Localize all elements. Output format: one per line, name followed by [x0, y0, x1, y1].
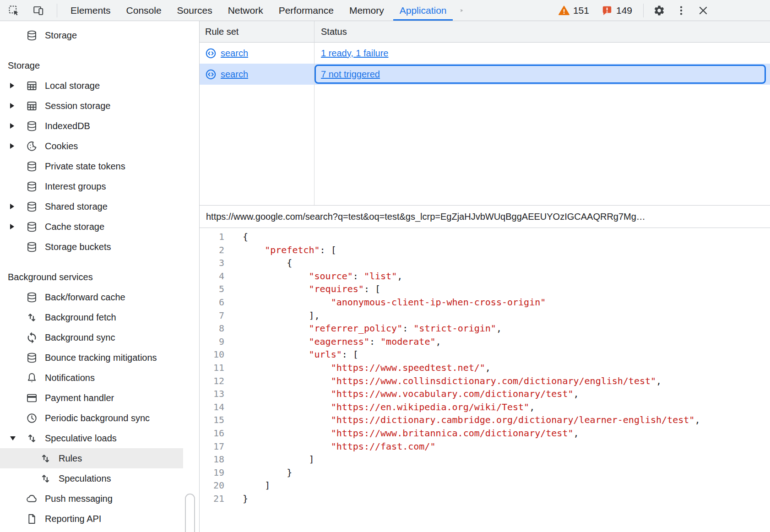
- card-icon: [26, 392, 38, 404]
- sidebar-item-cache-storage[interactable]: Cache storage: [0, 217, 183, 237]
- code-line: 8 "referrer_policy": "strict-origin",: [200, 322, 770, 335]
- database-icon: [26, 201, 38, 213]
- code-text: }: [224, 492, 248, 505]
- sidebar-item-label: Push messaging: [45, 494, 113, 504]
- sidebar-item-background-fetch[interactable]: Background fetch: [0, 307, 183, 327]
- sidebar-item-back-forward-cache[interactable]: Back/forward cache: [0, 287, 183, 307]
- column-header-status[interactable]: Status: [315, 27, 347, 37]
- sidebar-item-background-sync[interactable]: Background sync: [0, 327, 183, 347]
- sidebar-item-label: Payment handler: [45, 393, 114, 403]
- sidebar-item-label: Private state tokens: [45, 161, 125, 172]
- line-number: 11: [200, 361, 224, 375]
- column-header-rule-set[interactable]: Rule set: [200, 27, 315, 37]
- status-link[interactable]: 7 not triggered: [321, 69, 380, 80]
- sidebar-item-storage[interactable]: Storage: [0, 25, 183, 45]
- tab-memory[interactable]: Memory: [342, 0, 392, 21]
- tab-network[interactable]: Network: [220, 0, 271, 21]
- sidebar-item-label: Shared storage: [45, 201, 108, 212]
- sidebar-item-cookies[interactable]: Cookies: [0, 136, 183, 156]
- ruleset-row[interactable]: search7 not triggered: [200, 64, 770, 85]
- sidebar-item-speculations[interactable]: Speculations: [0, 468, 183, 489]
- more-tabs-icon[interactable]: [455, 4, 468, 17]
- tab-application[interactable]: Application: [392, 0, 455, 21]
- chevron-collapsed-icon[interactable]: [6, 204, 26, 209]
- sync-icon: [26, 331, 38, 344]
- tab-sources[interactable]: Sources: [169, 0, 220, 21]
- sidebar-item-periodic-background-sync[interactable]: Periodic background sync: [0, 408, 183, 428]
- tab-elements[interactable]: Elements: [63, 0, 119, 21]
- inspect-icon[interactable]: [7, 4, 20, 17]
- warnings-counter[interactable]: 151: [558, 5, 589, 16]
- code-text: "source": "list",: [224, 270, 402, 283]
- sidebar-item-rules[interactable]: Rules: [0, 448, 183, 468]
- line-number: 18: [200, 453, 224, 466]
- sidebar-item-bounce-tracking-mitigations[interactable]: Bounce tracking mitigations: [0, 347, 183, 368]
- chevron-collapsed-icon[interactable]: [6, 143, 26, 149]
- chevron-expanded-icon[interactable]: [6, 436, 26, 440]
- database-icon: [26, 29, 38, 42]
- line-number: 3: [200, 256, 224, 270]
- sidebar-item-label: Back/forward cache: [45, 292, 125, 303]
- code-text: ],: [224, 309, 320, 322]
- bell-icon: [26, 372, 38, 384]
- sidebar-item-private-state-tokens[interactable]: Private state tokens: [0, 156, 183, 176]
- tab-performance[interactable]: Performance: [271, 0, 342, 21]
- chevron-collapsed-icon[interactable]: [6, 83, 26, 88]
- device-toolbar-icon[interactable]: [32, 4, 45, 17]
- code-text: "https://dictionary.cambridge.org/dictio…: [224, 413, 700, 427]
- status-cell: 1 ready, 1 failure: [315, 43, 770, 64]
- clock-icon: [26, 412, 38, 424]
- sidebar-item-indexeddb[interactable]: IndexedDB: [0, 116, 183, 136]
- chevron-collapsed-icon[interactable]: [6, 224, 26, 229]
- ruleset-row[interactable]: search1 ready, 1 failure: [200, 43, 770, 64]
- line-number: 15: [200, 413, 224, 427]
- sidebar-item-label: Cookies: [45, 141, 78, 152]
- rule-set-source-url: https://www.google.com/search?q=test&oq=…: [200, 205, 770, 228]
- code-text: "https://fast.com/": [224, 440, 435, 453]
- column-divider[interactable]: [314, 21, 315, 205]
- selection-focus-ring: [315, 65, 766, 84]
- ruleset-code-icon: [205, 48, 217, 59]
- chevron-collapsed-icon[interactable]: [6, 123, 26, 129]
- grid-header: Rule set Status: [200, 21, 770, 43]
- sidebar-item-notifications[interactable]: Notifications: [0, 368, 183, 388]
- code-line: 4 "source": "list",: [200, 270, 770, 283]
- page-icon: [26, 513, 38, 525]
- sidebar-item-session-storage[interactable]: Session storage: [0, 96, 183, 116]
- database-icon: [26, 221, 38, 233]
- table-icon: [26, 80, 38, 92]
- sidebar-item-speculative-loads[interactable]: Speculative loads: [0, 428, 183, 448]
- sidebar-item-shared-storage[interactable]: Shared storage: [0, 196, 183, 217]
- ruleset-link[interactable]: search: [205, 48, 248, 59]
- code-line: 14 "https://en.wikipedia.org/wiki/Test",: [200, 401, 770, 414]
- sidebar-item-local-storage[interactable]: Local storage: [0, 76, 183, 96]
- issues-counter[interactable]: 149: [601, 5, 632, 16]
- sidebar-item-reporting-api[interactable]: Reporting API: [0, 509, 183, 529]
- line-number: 20: [200, 479, 224, 492]
- rule-set-cell: search: [200, 64, 315, 85]
- status-link[interactable]: 1 ready, 1 failure: [321, 48, 389, 59]
- code-text: ]: [224, 453, 315, 466]
- sidebar-item-label: Bounce tracking mitigations: [45, 353, 157, 363]
- chevron-collapsed-icon[interactable]: [6, 103, 26, 109]
- ruleset-link[interactable]: search: [205, 69, 248, 80]
- more-menu-icon[interactable]: [675, 4, 688, 17]
- cookie-icon: [26, 140, 38, 152]
- settings-gear-icon[interactable]: [653, 4, 666, 17]
- code-text: {: [224, 230, 248, 244]
- table-icon: [26, 100, 38, 112]
- close-icon[interactable]: [697, 4, 710, 17]
- sidebar-item-interest-groups[interactable]: Interest groups: [0, 176, 183, 196]
- sidebar-item-storage-buckets[interactable]: Storage buckets: [0, 237, 183, 257]
- sidebar-scrollbar-thumb[interactable]: [185, 494, 195, 532]
- rule-set-source-code[interactable]: 1{2 "prefetch": [3 {4 "source": "list",5…: [200, 228, 770, 532]
- sidebar-item-push-messaging[interactable]: Push messaging: [0, 489, 183, 509]
- code-line: 15 "https://dictionary.cambridge.org/dic…: [200, 413, 770, 427]
- ruleset-code-icon: [205, 69, 217, 80]
- application-sidebar: StorageStorageLocal storageSession stora…: [0, 21, 200, 532]
- sidebar-item-label: Notifications: [45, 373, 95, 383]
- tab-console[interactable]: Console: [119, 0, 169, 21]
- code-text: "referrer_policy": "strict-origin",: [224, 322, 502, 335]
- sidebar-item-payment-handler[interactable]: Payment handler: [0, 388, 183, 408]
- code-line: 9 "eagerness": "moderate",: [200, 335, 770, 348]
